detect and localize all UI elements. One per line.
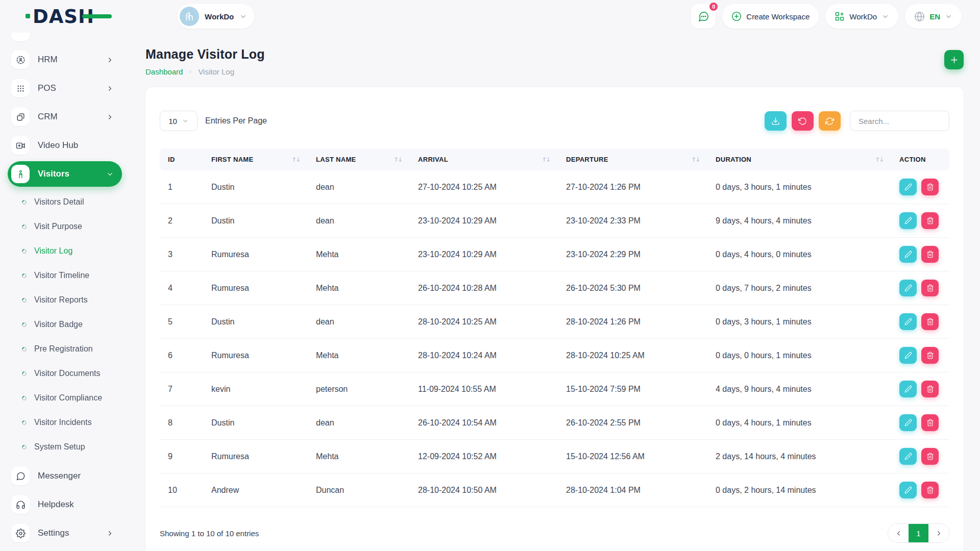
sidebar-item-pre-registration[interactable]: Pre Registration: [8, 337, 130, 361]
cell-first-name: kevin: [203, 372, 308, 406]
workspace-name: WorkDo: [205, 12, 234, 21]
entries-per-page-select[interactable]: 10: [160, 111, 198, 131]
delete-button[interactable]: [921, 448, 939, 465]
sidebar-item-visitor-reports[interactable]: Visitor Reports: [8, 288, 130, 312]
sidebar-item-partial[interactable]: [8, 33, 122, 45]
edit-button[interactable]: [899, 448, 917, 465]
search-input[interactable]: [850, 111, 949, 131]
reset-button[interactable]: [792, 111, 814, 131]
edit-button[interactable]: [899, 179, 917, 195]
sidebar-item-visitor-compliance[interactable]: Visitor Compliance: [8, 386, 130, 410]
edit-button[interactable]: [899, 246, 917, 263]
sidebar-item-system-setup[interactable]: System Setup: [8, 435, 130, 459]
sidebar-item-visitors[interactable]: Visitors: [8, 161, 122, 187]
edit-button[interactable]: [899, 347, 917, 364]
delete-button[interactable]: [921, 179, 939, 195]
sidebar-item-visitor-incidents[interactable]: Visitor Incidents: [8, 410, 130, 435]
sidebar-item-visitor-log[interactable]: Visitor Log: [8, 239, 130, 263]
chevron-right-icon: [106, 530, 114, 537]
cell-arrival: 28-10-2024 10:25 AM: [410, 305, 558, 339]
delete-button[interactable]: [921, 347, 939, 364]
workspace-switcher-label: WorkDo: [849, 12, 877, 21]
add-visitor-log-button[interactable]: [944, 50, 964, 69]
cell-id: 6: [160, 339, 203, 372]
edit-button[interactable]: [899, 381, 917, 397]
column-header-label: ARRIVAL: [418, 156, 448, 163]
sidebar-item-visitor-documents[interactable]: Visitor Documents: [8, 361, 130, 386]
bullet-icon: [21, 444, 28, 450]
cell-arrival: 23-10-2024 10:29 AM: [410, 238, 558, 271]
next-page-button[interactable]: [928, 524, 949, 542]
sidebar-item-visit-purpose[interactable]: Visit Purpose: [8, 214, 130, 239]
refresh-button[interactable]: [819, 111, 841, 131]
delete-button[interactable]: [921, 280, 939, 296]
create-workspace-button[interactable]: Create Workspace: [722, 4, 819, 29]
language-switcher[interactable]: EN: [905, 4, 962, 29]
column-header-duration[interactable]: DURATION ↑↓: [707, 148, 891, 170]
sort-icon[interactable]: ↑↓: [691, 156, 699, 163]
delete-button[interactable]: [921, 381, 939, 397]
sidebar-item-visitor-timeline[interactable]: Visitor Timeline: [8, 263, 130, 288]
delete-button[interactable]: [921, 482, 939, 498]
sort-icon[interactable]: ↑↓: [875, 156, 883, 163]
cell-first-name: Rumuresa: [203, 238, 308, 271]
column-header-label: DURATION: [716, 156, 751, 163]
delete-button[interactable]: [921, 414, 939, 431]
sidebar-item-video-hub[interactable]: Video Hub: [8, 133, 122, 158]
workspace-pill[interactable]: WorkDo: [177, 4, 254, 29]
sidebar-item-visitors-detail[interactable]: Visitors Detail: [8, 190, 130, 214]
chevron-right-icon: [106, 85, 114, 92]
edit-button[interactable]: [899, 313, 917, 330]
cell-id: 10: [160, 473, 203, 507]
table-row: 7 kevin peterson 11-09-2024 10:55 AM 15-…: [160, 372, 949, 406]
create-workspace-label: Create Workspace: [746, 12, 810, 21]
sort-icon[interactable]: ↑↓: [291, 156, 300, 163]
column-header-action: ACTION: [891, 148, 949, 170]
delete-button[interactable]: [921, 246, 939, 263]
sidebar-item-messenger[interactable]: Messenger: [8, 463, 122, 489]
breadcrumb-dashboard-link[interactable]: Dashboard: [145, 67, 183, 76]
page-title: Manage Visitor Log: [145, 47, 265, 62]
table-row: 5 Dustin dean 28-10-2024 10:25 AM 28-10-…: [160, 305, 949, 339]
cell-departure: 28-10-2024 10:25 AM: [558, 339, 707, 372]
page-number[interactable]: 1: [909, 524, 928, 542]
bullet-icon: [21, 395, 28, 402]
column-header-label: ACTION: [899, 156, 926, 163]
chat-button[interactable]: 0: [691, 4, 716, 29]
table-row: 8 Dustin dean 26-10-2024 10:54 AM 26-10-…: [160, 406, 949, 440]
sidebar-item-visitor-badge[interactable]: Visitor Badge: [8, 312, 130, 337]
sidebar-item-crm[interactable]: CRM: [8, 104, 122, 130]
breadcrumb: Dashboard Visitor Log: [145, 67, 265, 76]
sort-icon[interactable]: ↑↓: [542, 156, 550, 163]
pencil-icon: [904, 419, 912, 427]
column-header-departure[interactable]: DEPARTURE ↑↓: [558, 148, 707, 170]
cell-id: 8: [160, 406, 203, 440]
chevron-left-icon: [895, 530, 902, 537]
delete-button[interactable]: [921, 313, 939, 330]
sidebar-item-settings[interactable]: Settings: [8, 520, 122, 546]
chevron-down-icon: [182, 117, 189, 124]
sidebar-item-hrm[interactable]: HRM: [8, 47, 122, 72]
sort-icon[interactable]: ↑↓: [394, 156, 402, 163]
sidebar-item-pos[interactable]: POS: [8, 76, 122, 101]
delete-button[interactable]: [921, 212, 939, 229]
column-header-label: ID: [168, 156, 175, 163]
table-row: 6 Rumuresa Mehta 28-10-2024 10:24 AM 28-…: [160, 339, 949, 372]
cell-first-name: Rumuresa: [203, 339, 308, 372]
column-header-arrival[interactable]: ARRIVAL ↑↓: [410, 148, 558, 170]
export-button[interactable]: [765, 111, 787, 131]
column-header-last-name[interactable]: LAST NAME ↑↓: [308, 148, 410, 170]
main-content: Manage Visitor Log Dashboard Visitor Log…: [130, 47, 980, 551]
plus-circle-icon: [731, 11, 742, 21]
sidebar-item-helpdesk[interactable]: Helpdesk: [8, 492, 122, 517]
pencil-icon: [904, 217, 912, 224]
workspace-switcher[interactable]: WorkDo: [825, 4, 898, 29]
edit-button[interactable]: [899, 482, 917, 498]
column-header-first-name[interactable]: FIRST NAME ↑↓: [203, 148, 308, 170]
previous-page-button[interactable]: [888, 524, 909, 542]
visitors-icon: [11, 165, 30, 183]
edit-button[interactable]: [899, 212, 917, 229]
bullet-icon: [21, 321, 28, 328]
edit-button[interactable]: [899, 414, 917, 431]
edit-button[interactable]: [899, 280, 917, 296]
